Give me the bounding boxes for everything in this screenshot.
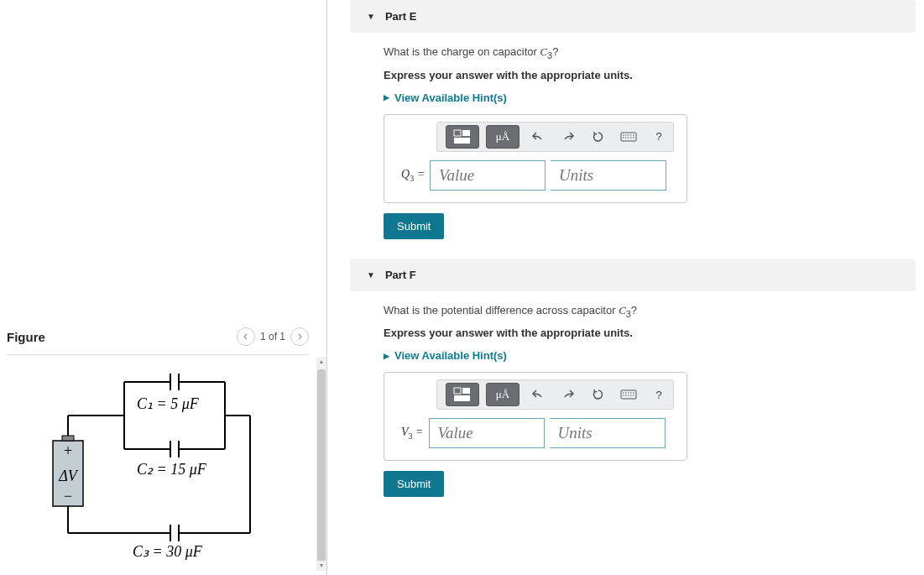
part-e-submit-button[interactable]: Submit	[384, 213, 444, 239]
part-e-units-input[interactable]	[551, 160, 666, 191]
reset-icon	[592, 130, 605, 144]
reset-button[interactable]	[587, 383, 610, 406]
part-e-instruction: Express your answer with the appropriate…	[384, 69, 899, 81]
part-e-toolbar: μÅ ?	[436, 122, 674, 152]
svg-rect-23	[454, 130, 461, 136]
chevron-left-icon	[243, 333, 249, 340]
redo-icon	[561, 389, 575, 400]
keyboard-icon	[620, 389, 637, 400]
fraction-template-icon	[453, 129, 472, 144]
part-f-variable-label: V3 =	[401, 426, 424, 441]
help-button[interactable]: ?	[647, 125, 671, 149]
svg-rect-30	[462, 388, 470, 394]
part-e-answer-box: μÅ ? Q3 =	[384, 114, 687, 203]
part-f-question: What is the potential difference across …	[384, 304, 899, 319]
svg-rect-25	[454, 138, 470, 144]
figure-scrollbar[interactable]: ▴ ▾	[316, 357, 326, 571]
figure-header: Figure 1 of 1	[7, 327, 309, 355]
part-e-input-row: Q3 =	[394, 160, 676, 191]
undo-icon	[531, 131, 545, 143]
redo-button[interactable]	[556, 125, 580, 149]
undo-button[interactable]	[526, 125, 550, 149]
part-e-body: What is the charge on capacitor C3? Expr…	[350, 33, 916, 252]
c3-label: C₃ = 30 μF	[133, 543, 203, 560]
caret-right-icon: ▶	[384, 93, 389, 102]
keyboard-button[interactable]	[617, 383, 640, 406]
pager-next-button[interactable]	[290, 327, 309, 346]
part-f-instruction: Express your answer with the appropriate…	[384, 327, 899, 339]
scroll-thumb[interactable]	[317, 369, 326, 567]
part-f-units-input[interactable]	[550, 418, 666, 448]
svg-rect-32	[621, 390, 636, 399]
part-f-title: Part F	[385, 269, 416, 281]
figure-pager: 1 of 1	[237, 327, 309, 346]
svg-rect-26	[621, 133, 636, 141]
keyboard-button[interactable]	[617, 125, 640, 149]
templates-button[interactable]	[446, 383, 479, 406]
part-e-question: What is the charge on capacitor C3?	[384, 45, 899, 60]
part-e-value-input[interactable]	[430, 160, 546, 191]
caret-down-icon: ▼	[367, 270, 375, 280]
templates-button[interactable]	[446, 125, 479, 149]
part-f-hints-link[interactable]: ▶ View Available Hint(s)	[384, 349, 899, 362]
fraction-template-icon	[453, 387, 472, 402]
svg-text:−: −	[64, 488, 72, 504]
chevron-right-icon	[296, 333, 303, 340]
part-e-header[interactable]: ▼ Part E	[350, 0, 916, 33]
scroll-up-arrow-icon[interactable]: ▴	[316, 357, 326, 367]
caret-right-icon: ▶	[384, 352, 389, 360]
part-f-header[interactable]: ▼ Part F	[350, 259, 916, 291]
figure-title: Figure	[7, 330, 45, 344]
part-e-hints-link[interactable]: ▶ View Available Hint(s)	[384, 91, 899, 104]
hints-label: View Available Hint(s)	[394, 349, 507, 362]
reset-icon	[592, 388, 605, 401]
part-f-value-input[interactable]	[429, 418, 545, 448]
units-button[interactable]: μÅ	[486, 125, 519, 149]
part-f-input-row: V3 =	[394, 418, 676, 448]
figure-circuit-diagram: + ΔV −	[7, 357, 313, 571]
undo-icon	[531, 389, 545, 400]
part-f-submit-button[interactable]: Submit	[384, 471, 444, 497]
part-f-body: What is the potential difference across …	[350, 291, 916, 510]
part-e-variable-label: Q3 =	[401, 168, 425, 183]
pager-prev-button[interactable]	[237, 327, 255, 346]
scroll-down-arrow-icon[interactable]: ▾	[316, 561, 326, 571]
redo-button[interactable]	[556, 383, 580, 406]
keyboard-icon	[620, 132, 637, 142]
units-button[interactable]: μÅ	[486, 383, 519, 406]
svg-rect-24	[462, 130, 470, 136]
caret-down-icon: ▼	[367, 12, 375, 21]
svg-text:+: +	[64, 442, 72, 459]
part-f-answer-box: μÅ ? V3 =	[384, 372, 687, 461]
part-e-title: Part E	[385, 10, 417, 23]
part-f-toolbar: μÅ ?	[436, 379, 674, 410]
reset-button[interactable]	[587, 125, 610, 149]
redo-icon	[561, 131, 575, 143]
pager-label: 1 of 1	[260, 331, 285, 342]
c2-label: C₂ = 15 μF	[137, 461, 207, 478]
svg-rect-31	[454, 395, 470, 401]
hints-label: View Available Hint(s)	[394, 91, 507, 104]
undo-button[interactable]	[526, 383, 550, 406]
help-button[interactable]: ?	[647, 383, 671, 406]
svg-rect-1	[62, 436, 74, 441]
c1-label: C₁ = 5 μF	[137, 395, 200, 412]
svg-rect-29	[454, 388, 461, 394]
battery-label: ΔV	[58, 468, 79, 484]
